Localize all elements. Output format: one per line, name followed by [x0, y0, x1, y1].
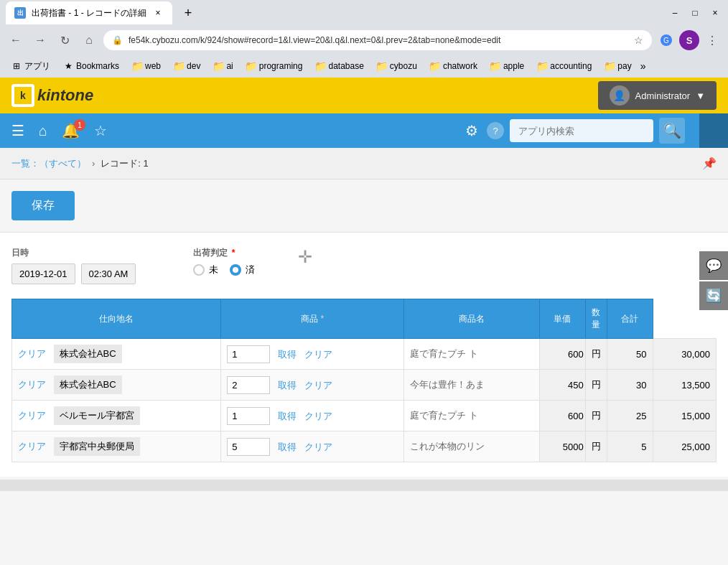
- bookmark-cybozu[interactable]: 📁 cybozu: [371, 58, 423, 74]
- forward-button[interactable]: →: [30, 30, 50, 50]
- home-button[interactable]: ⌂: [79, 30, 99, 50]
- bookmark-web[interactable]: 📁 web: [126, 58, 167, 74]
- bookmark-apps[interactable]: ⊞ アプリ: [6, 57, 56, 75]
- table-row: クリア 株式会社ABC 取得 クリア 今年は豊作！あま 450 円 30 13,…: [12, 370, 717, 401]
- tab-close-button[interactable]: ×: [152, 7, 164, 19]
- save-button[interactable]: 保存: [11, 191, 75, 220]
- clear-button2-1[interactable]: クリア: [304, 380, 332, 391]
- breadcrumb-list-link[interactable]: 一覧：（すべて）: [11, 157, 86, 170]
- address-input[interactable]: 🔒 fe54k.cybozu.com/k/924/show#record=1&l…: [103, 30, 652, 50]
- get-button-1[interactable]: 取得: [278, 380, 297, 391]
- field-row-datetime: 日時 2019-12-01 02:30 AM 出荷判定 * 未: [11, 247, 717, 284]
- col-header-total: 合計: [607, 299, 653, 339]
- bookmark-bookmarks[interactable]: ★ Bookmarks: [57, 58, 125, 74]
- cell-yen-1: 円: [585, 370, 607, 401]
- table-row: クリア 株式会社ABC 取得 クリア 庭で育たプチ ト 600 円 50 30,…: [12, 339, 717, 370]
- radio-selected[interactable]: 済: [230, 263, 255, 276]
- product-input-1[interactable]: [227, 376, 270, 394]
- refresh-panel-button[interactable]: 🔄: [699, 281, 728, 310]
- tab-title: 出荷指書 - 1 - レコードの詳細: [32, 7, 146, 19]
- product-input-0[interactable]: [227, 345, 270, 363]
- bookmark-pay[interactable]: 📁 pay: [599, 58, 637, 74]
- folder-icon: 📁: [605, 61, 615, 71]
- save-bar: 保存: [0, 179, 728, 233]
- clear-button-2[interactable]: クリア: [18, 410, 46, 421]
- bookmarks-more-button[interactable]: »: [640, 60, 646, 72]
- get-button-2[interactable]: 取得: [278, 411, 297, 421]
- pin-icon[interactable]: 📌: [702, 157, 717, 170]
- kintone-logo: k kintone: [11, 84, 93, 107]
- bookmark-dev[interactable]: 📁 dev: [168, 58, 206, 74]
- cell-product-0: 取得 クリア: [221, 339, 404, 370]
- col-header-product-name: 商品名: [404, 299, 540, 339]
- ext-icon-1[interactable]: G: [656, 30, 676, 50]
- col-header-product: 商品 *: [221, 299, 404, 339]
- product-input-2[interactable]: [227, 407, 270, 425]
- hamburger-menu-icon[interactable]: ☰: [9, 119, 27, 142]
- col-header-unit-price: 単価: [539, 299, 585, 339]
- clear-button-1[interactable]: クリア: [18, 379, 46, 390]
- cell-unit-price-2: 600: [539, 401, 585, 431]
- radio-selected-label: 済: [246, 263, 255, 276]
- required-star: *: [232, 248, 235, 258]
- bookmark-ai[interactable]: 📁 ai: [207, 58, 238, 74]
- window-close-button[interactable]: ×: [708, 6, 722, 20]
- horizontal-scrollbar[interactable]: [0, 480, 728, 491]
- back-button[interactable]: ←: [6, 30, 26, 50]
- admin-dropdown-icon: ▼: [696, 90, 705, 101]
- bookmark-chatwork[interactable]: 📁 chatwork: [424, 58, 483, 74]
- active-tab[interactable]: 出 出荷指書 - 1 - レコードの詳細 ×: [6, 1, 172, 24]
- bell-badge: 1: [74, 119, 85, 131]
- kintone-header: k kintone 👤 Administrator ▼: [0, 78, 728, 113]
- home-nav-icon[interactable]: ⌂: [36, 120, 50, 142]
- col-header-destination: 仕向地名: [12, 299, 221, 339]
- maximize-button[interactable]: □: [688, 6, 702, 20]
- kintone-logo-text: kintone: [37, 86, 93, 105]
- bookmark-star-icon[interactable]: ☆: [634, 34, 643, 46]
- get-button-3[interactable]: 取得: [278, 442, 297, 452]
- extension-icons: G S ⋮: [656, 30, 722, 50]
- cell-total-1: 13,500: [653, 370, 717, 401]
- cell-qty-3: 5: [607, 431, 653, 462]
- clear-button2-3[interactable]: クリア: [304, 442, 332, 452]
- bookmark-database[interactable]: 📁 database: [309, 58, 369, 74]
- bookmarks-bar: ⊞ アプリ ★ Bookmarks 📁 web 📁 dev 📁 ai 📁 pro…: [0, 55, 728, 78]
- help-icon[interactable]: ?: [487, 122, 504, 139]
- clear-button2-2[interactable]: クリア: [304, 411, 332, 421]
- user-avatar[interactable]: S: [679, 30, 699, 50]
- bookmark-pay-label: pay: [617, 61, 631, 71]
- admin-name-label: Administrator: [635, 90, 691, 101]
- cell-qty-0: 50: [607, 339, 653, 370]
- reload-button[interactable]: ↻: [55, 30, 75, 50]
- time-input[interactable]: 02:30 AM: [81, 263, 136, 284]
- minimize-button[interactable]: –: [668, 6, 682, 20]
- product-input-3[interactable]: [227, 438, 270, 456]
- table-row: クリア ベルモール宇都宮 取得 クリア 庭で育たプチ ト 600 円 25 15…: [12, 401, 717, 431]
- admin-menu-button[interactable]: 👤 Administrator ▼: [598, 81, 717, 110]
- get-button-0[interactable]: 取得: [278, 349, 297, 360]
- cell-product-1: 取得 クリア: [221, 370, 404, 401]
- clear-button2-0[interactable]: クリア: [304, 349, 332, 360]
- new-tab-button[interactable]: +: [178, 3, 198, 23]
- bookmark-apple[interactable]: 📁 apple: [485, 58, 530, 74]
- date-input[interactable]: 2019-12-01: [11, 263, 75, 284]
- clear-button-3[interactable]: クリア: [18, 441, 46, 452]
- gear-icon[interactable]: ⚙: [462, 119, 481, 142]
- star-icon: ★: [63, 61, 73, 71]
- breadcrumb-bar: 一覧：（すべて） › レコード: 1 📌: [0, 148, 728, 179]
- datetime-label: 日時: [11, 247, 136, 259]
- cell-destination-0: クリア 株式会社ABC: [12, 339, 221, 370]
- clear-button-0[interactable]: クリア: [18, 348, 46, 359]
- bookmark-cybozu-label: cybozu: [390, 61, 417, 71]
- search-input[interactable]: [510, 119, 653, 142]
- bookmark-programing[interactable]: 📁 programing: [241, 58, 309, 74]
- title-bar: 出 出荷指書 - 1 - レコードの詳細 × + – □ ×: [0, 0, 728, 26]
- bookmark-apple-label: apple: [503, 61, 524, 71]
- menu-button[interactable]: ⋮: [702, 30, 722, 50]
- star-nav-icon[interactable]: ☆: [91, 119, 110, 142]
- search-button[interactable]: 🔍: [659, 118, 685, 144]
- radio-unselected[interactable]: 未: [193, 263, 218, 276]
- bookmark-accounting[interactable]: 📁 accounting: [531, 58, 597, 74]
- chat-panel-button[interactable]: 💬: [699, 251, 728, 280]
- cell-yen-3: 円: [585, 431, 607, 462]
